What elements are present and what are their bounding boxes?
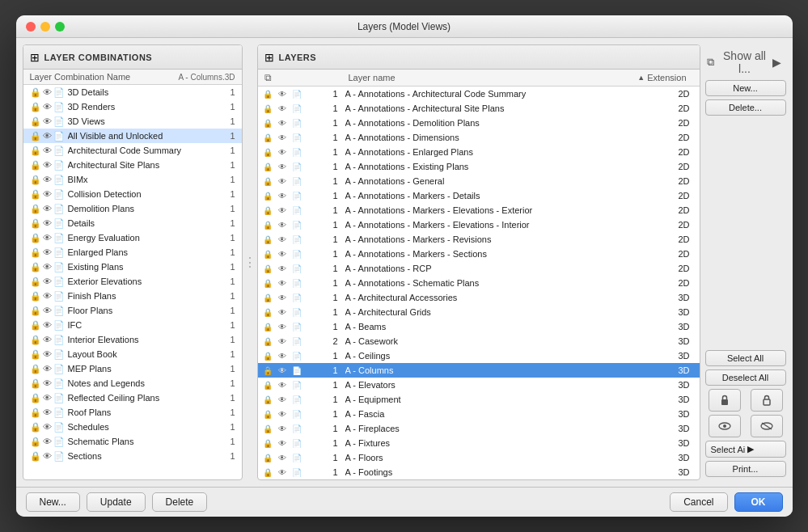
- layer-eye-icon[interactable]: 👁: [276, 352, 289, 361]
- new-layer-button[interactable]: New...: [705, 80, 786, 96]
- layer-folder-icon[interactable]: 📄: [290, 323, 303, 331]
- new-combination-button[interactable]: New...: [26, 492, 80, 512]
- layer-lock-icon[interactable]: 🔒: [261, 90, 274, 99]
- layer-lock-icon[interactable]: 🔒: [261, 308, 274, 317]
- eye-show-button[interactable]: [709, 415, 741, 437]
- layer-eye-icon[interactable]: 👁: [276, 133, 289, 142]
- layer-folder-icon[interactable]: 📄: [290, 235, 303, 244]
- layer-folder-icon[interactable]: 📄: [290, 148, 303, 157]
- layer-row[interactable]: 🔒 👁 📄 1A - Annotations - Architectural S…: [258, 101, 700, 116]
- layer-row[interactable]: 🔒 👁 📄 1A - Elevators3D: [258, 378, 700, 392]
- layer-lock-icon[interactable]: 🔒: [261, 264, 274, 273]
- layer-row[interactable]: 🔒 👁 📄 1A - Annotations - Dimensions2D: [258, 130, 700, 145]
- layer-lock-icon[interactable]: 🔒: [261, 366, 274, 375]
- layer-row[interactable]: 🔒 👁 📄 1A - Architectural Accessories3D: [258, 290, 700, 305]
- list-item[interactable]: 🔒👁📄MEP Plans1: [23, 361, 242, 376]
- layer-lock-icon[interactable]: 🔒: [261, 279, 274, 288]
- layer-lock-icon[interactable]: 🔒: [261, 337, 274, 346]
- list-item[interactable]: 🔒👁📄Architectural Code Summary1: [23, 143, 242, 158]
- layer-folder-icon[interactable]: 📄: [290, 206, 303, 215]
- layers-list[interactable]: 🔒 👁 📄 1A - Annotations - Architectural C…: [258, 87, 700, 479]
- layer-eye-icon[interactable]: 👁: [276, 454, 289, 462]
- layer-row[interactable]: 🔒 👁 📄 1A - Fireplaces3D: [258, 421, 700, 436]
- layer-row[interactable]: 🔒 👁 📄 1A - Architectural Grids3D: [258, 305, 700, 319]
- layer-eye-icon[interactable]: 👁: [276, 381, 289, 390]
- layer-eye-icon[interactable]: 👁: [276, 439, 289, 448]
- layer-folder-icon[interactable]: 📄: [290, 410, 303, 419]
- layer-eye-icon[interactable]: 👁: [276, 163, 289, 171]
- list-item[interactable]: 🔒👁📄3D Details1: [23, 85, 242, 99]
- cancel-button[interactable]: Cancel: [670, 492, 727, 512]
- layer-folder-icon[interactable]: 📄: [290, 424, 303, 433]
- layer-lock-icon[interactable]: 🔒: [261, 133, 274, 142]
- layer-lock-icon[interactable]: 🔒: [261, 235, 274, 244]
- layer-folder-icon[interactable]: 📄: [290, 104, 303, 113]
- list-item[interactable]: 🔒👁📄Notes and Legends1: [23, 376, 242, 391]
- layer-eye-icon[interactable]: 👁: [276, 235, 289, 244]
- list-item[interactable]: 🔒👁📄Finish Plans1: [23, 289, 242, 303]
- list-item[interactable]: 🔒👁📄Sections1: [23, 449, 242, 463]
- layer-row[interactable]: 🔒 👁 📄 1A - Floors3D: [258, 450, 700, 465]
- layer-row[interactable]: 🔒 👁 📄 1A - Fixtures3D: [258, 436, 700, 450]
- show-all-button[interactable]: Show all l... ▶: [717, 48, 785, 77]
- list-item[interactable]: 🔒👁📄Energy Evaluation1: [23, 230, 242, 245]
- print-button[interactable]: Print...: [705, 461, 786, 477]
- layer-eye-icon[interactable]: 👁: [276, 104, 289, 113]
- list-item[interactable]: 🔒👁📄Schedules1: [23, 420, 242, 434]
- layer-row[interactable]: 🔒 👁 📄 1A - Fascia3D: [258, 407, 700, 421]
- layer-row[interactable]: 🔒 👁 📄 1A - Annotations - Demolition Plan…: [258, 116, 700, 130]
- layer-lock-icon[interactable]: 🔒: [261, 424, 274, 433]
- list-item[interactable]: 🔒👁📄3D Renders1: [23, 99, 242, 114]
- layer-folder-icon[interactable]: 📄: [290, 439, 303, 448]
- list-item[interactable]: 🔒👁📄All Visible and Unlocked1: [23, 129, 242, 143]
- layer-eye-icon[interactable]: 👁: [276, 192, 289, 201]
- layer-lock-icon[interactable]: 🔒: [261, 293, 274, 302]
- layer-row[interactable]: 🔒 👁 📄 1A - Annotations - Markers - Revis…: [258, 232, 700, 247]
- layer-folder-icon[interactable]: 📄: [290, 279, 303, 288]
- layer-row[interactable]: 🔒 👁 📄 1A - Annotations - Enlarged Plans2…: [258, 145, 700, 159]
- layer-lock-icon[interactable]: 🔒: [261, 119, 274, 128]
- minimize-button[interactable]: [40, 22, 50, 32]
- layer-lock-icon[interactable]: 🔒: [261, 221, 274, 230]
- layer-folder-icon[interactable]: 📄: [290, 133, 303, 142]
- layer-row[interactable]: 🔒 👁 📄 1A - Ceilings3D: [258, 348, 700, 363]
- layer-row[interactable]: 🔒 👁 📄 1A - Equipment3D: [258, 392, 700, 407]
- select-all-button[interactable]: Select All: [705, 350, 786, 366]
- list-item[interactable]: 🔒👁📄Schematic Plans1: [23, 434, 242, 449]
- layer-folder-icon[interactable]: 📄: [290, 366, 303, 375]
- list-item[interactable]: 🔒👁📄Exterior Elevations1: [23, 274, 242, 289]
- layer-lock-icon[interactable]: 🔒: [261, 206, 274, 215]
- delete-combination-button[interactable]: Delete: [152, 492, 208, 512]
- layer-lock-icon[interactable]: 🔒: [261, 250, 274, 259]
- list-item[interactable]: 🔒👁📄Architectural Site Plans1: [23, 158, 242, 172]
- list-item[interactable]: 🔒👁📄Interior Elevations1: [23, 332, 242, 347]
- layer-folder-icon[interactable]: 📄: [290, 381, 303, 390]
- layer-lock-icon[interactable]: 🔒: [261, 439, 274, 448]
- layer-row[interactable]: 🔒 👁 📄 2A - Casework3D: [258, 334, 700, 348]
- layer-folder-icon[interactable]: 📄: [290, 395, 303, 404]
- layer-lock-icon[interactable]: 🔒: [261, 177, 274, 186]
- deselect-all-button[interactable]: Deselect All: [705, 369, 786, 386]
- layer-lock-icon[interactable]: 🔒: [261, 410, 274, 419]
- delete-layer-button[interactable]: Delete...: [705, 99, 786, 116]
- layer-row[interactable]: 🔒 👁 📄 1A - Annotations - General2D: [258, 174, 700, 188]
- maximize-button[interactable]: [55, 22, 65, 32]
- layer-eye-icon[interactable]: 👁: [276, 293, 289, 302]
- layer-folder-icon[interactable]: 📄: [290, 221, 303, 230]
- layer-lock-icon[interactable]: 🔒: [261, 163, 274, 171]
- layer-row[interactable]: 🔒 👁 📄 1A - Columns3D: [258, 363, 700, 378]
- layer-eye-icon[interactable]: 👁: [276, 221, 289, 230]
- select-ai-button[interactable]: Select Ai ▶: [705, 441, 786, 458]
- layer-folder-icon[interactable]: 📄: [290, 352, 303, 361]
- unlock-icon-button[interactable]: [751, 389, 783, 412]
- list-item[interactable]: 🔒👁📄Details1: [23, 216, 242, 230]
- layer-row[interactable]: 🔒 👁 📄 1A - Annotations - Existing Plans2…: [258, 159, 700, 174]
- list-item[interactable]: 🔒👁📄Collision Detection1: [23, 187, 242, 201]
- layer-row[interactable]: 🔒 👁 📄 1A - Annotations - Markers - Eleva…: [258, 217, 700, 232]
- list-item[interactable]: 🔒👁📄Layout Book1: [23, 347, 242, 361]
- layer-eye-icon[interactable]: 👁: [276, 424, 289, 433]
- layer-folder-icon[interactable]: 📄: [290, 337, 303, 346]
- layer-lock-icon[interactable]: 🔒: [261, 323, 274, 331]
- layer-lock-icon[interactable]: 🔒: [261, 381, 274, 390]
- list-item[interactable]: 🔒👁📄BIMx1: [23, 172, 242, 187]
